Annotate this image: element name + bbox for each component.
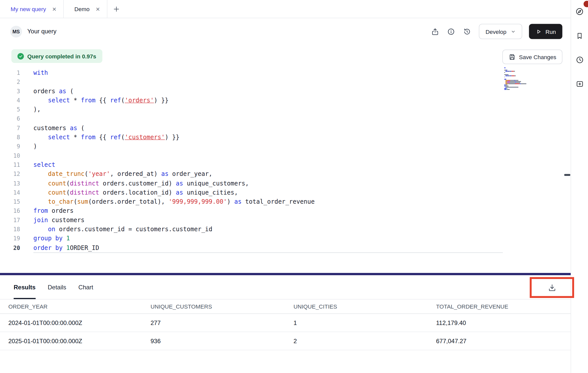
code-line[interactable]: 1with — [0, 68, 565, 77]
table-cell: 936 — [151, 338, 294, 344]
table-cell: 112,179.40 — [436, 319, 571, 326]
right-rail — [571, 0, 588, 373]
column-header[interactable]: UNIQUE_CITIES — [293, 303, 436, 310]
table-cell: 1 — [293, 319, 436, 326]
column-header[interactable]: UNIQUE_CUSTOMERS — [151, 303, 294, 310]
tab-label: My new query — [11, 6, 46, 12]
tab-demo[interactable]: Demo ✕ — [64, 0, 107, 18]
code-line[interactable]: 16from orders — [0, 206, 565, 216]
bookmarks-button[interactable] — [571, 27, 588, 44]
code-line[interactable]: 12 date_trunc('year', ordered_at) as ord… — [0, 170, 565, 179]
compass-icon — [575, 7, 584, 16]
scrollbar-thumb[interactable] — [564, 174, 570, 176]
code-line[interactable]: 11select — [0, 160, 565, 169]
code-line[interactable]: 17join customers — [0, 216, 565, 225]
code-line[interactable]: 4 select * from {{ ref('orders') }} — [0, 96, 565, 105]
info-button[interactable] — [444, 25, 458, 38]
info-icon — [447, 28, 455, 36]
run-label: Run — [546, 28, 556, 35]
plus-icon — [113, 6, 120, 12]
tab-label: Demo — [74, 6, 89, 12]
code-line[interactable]: 6 — [0, 114, 565, 123]
table-row[interactable]: 2024-01-01T00:00:00.000Z2771112,179.40 — [0, 314, 571, 332]
column-header[interactable]: ORDER_YEAR — [8, 303, 151, 310]
table-body: 2024-01-01T00:00:00.000Z2771112,179.4020… — [0, 314, 571, 350]
share-button[interactable] — [428, 25, 442, 38]
clock-icon — [575, 56, 584, 64]
run-button[interactable]: Run — [529, 24, 562, 39]
code-line[interactable]: 14 count(distinct orders.location_id) as… — [0, 188, 565, 197]
table-cell: 2 — [293, 338, 436, 344]
code-line[interactable]: 18 on orders.customer_id = customers.cus… — [0, 225, 565, 234]
bookmark-icon — [576, 32, 584, 40]
table-row[interactable]: 2025-01-01T00:00:00.000Z9362677,047.27 — [0, 332, 571, 350]
share-icon — [431, 28, 439, 36]
highlight-annotation — [530, 277, 574, 298]
code-line[interactable]: 13 count(distinct orders.customer_id) as… — [0, 179, 565, 188]
code-line[interactable]: 7customers as ( — [0, 124, 565, 133]
main-panel: My new query ✕ Demo ✕ MS Your query — [0, 0, 571, 373]
history-icon — [463, 28, 471, 36]
close-icon[interactable]: ✕ — [52, 6, 57, 12]
tab-bar: My new query ✕ Demo ✕ — [0, 0, 571, 18]
develop-button[interactable]: Develop — [479, 24, 522, 39]
table-cell: 277 — [151, 319, 294, 326]
history-panel-button[interactable] — [571, 52, 588, 68]
feedback-icon — [575, 80, 584, 88]
table-cell: 2024-01-01T00:00:00.000Z — [8, 319, 151, 326]
tab-my-new-query[interactable]: My new query ✕ — [0, 0, 64, 18]
avatar[interactable]: MS — [10, 26, 22, 37]
code-line[interactable]: 10 — [0, 151, 565, 160]
tab-chart[interactable]: Chart — [78, 275, 93, 299]
status-message: Query completed in 0.97s — [27, 53, 96, 59]
minimap[interactable] — [504, 67, 529, 90]
table-cell: 2025-01-01T00:00:00.000Z — [8, 338, 151, 344]
develop-label: Develop — [486, 28, 507, 35]
chevron-down-icon — [511, 29, 516, 34]
code-line[interactable]: 3orders as ( — [0, 87, 565, 96]
new-tab-button[interactable] — [107, 0, 125, 18]
status-badge: Query completed in 0.97s — [11, 49, 102, 63]
query-toolbar: MS Your query — [0, 18, 571, 45]
table-cell: 677,047.27 — [436, 338, 571, 344]
table-header: ORDER_YEARUNIQUE_CUSTOMERSUNIQUE_CITIEST… — [0, 299, 571, 314]
code-line[interactable]: 9) — [0, 142, 565, 151]
code-editor[interactable]: 1with23orders as (4 select * from {{ ref… — [0, 68, 565, 252]
code-line[interactable]: 8 select * from {{ ref('customers') }} — [0, 133, 565, 142]
code-line[interactable]: 20order by 1ORDER_ID — [0, 243, 565, 252]
code-line[interactable]: 2 — [0, 77, 565, 86]
close-icon[interactable]: ✕ — [96, 6, 100, 12]
save-changes-label: Save Changes — [519, 54, 556, 60]
app: My new query ✕ Demo ✕ MS Your query — [0, 0, 588, 373]
code-line[interactable]: 5), — [0, 105, 565, 114]
editor-lines: 1with23orders as (4 select * from {{ ref… — [0, 68, 565, 252]
page-title: Your query — [27, 28, 56, 35]
column-header[interactable]: TOTAL_ORDER_REVENUE — [436, 303, 571, 310]
tab-results[interactable]: Results — [14, 275, 36, 299]
panel-splitter[interactable] — [0, 273, 571, 275]
code-line[interactable]: 19group by 1 — [0, 234, 565, 243]
play-icon — [536, 28, 542, 35]
tab-details[interactable]: Details — [48, 275, 66, 299]
feedback-button[interactable] — [571, 76, 588, 92]
save-icon — [508, 53, 516, 61]
history-button[interactable] — [460, 25, 474, 38]
save-changes-button[interactable]: Save Changes — [502, 50, 562, 64]
check-icon — [17, 53, 24, 59]
code-line[interactable]: 15 to_char(sum(orders.order_total), '999… — [0, 197, 565, 206]
results-tabs: ResultsDetailsChart — [0, 275, 571, 299]
recording-indicator — [584, 1, 588, 7]
